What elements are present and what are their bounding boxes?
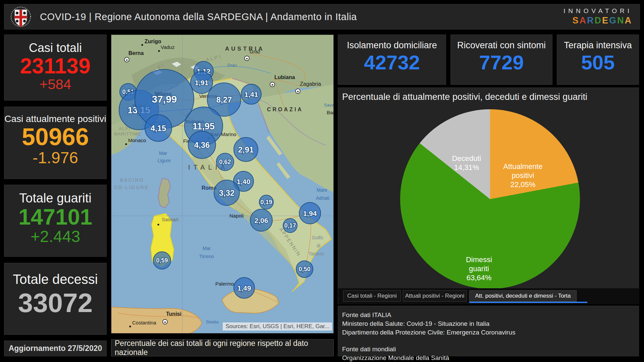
tab-attuali-positivi-regioni[interactable]: Attuali positivi - Regioni <box>403 290 467 302</box>
map-place-label: Banja.L <box>327 110 334 115</box>
region-bubble-value: 0,17 <box>284 222 296 229</box>
region-bubble-value: 37,99 <box>152 94 177 105</box>
italy-map[interactable]: ★★★★★ ZurigoVaduzBernaAUSTRIAGrazLubiana… <box>111 35 334 334</box>
map-place-label: Zurigo <box>145 39 161 44</box>
stat-value: 7729 <box>451 52 552 73</box>
region-bubble-value: 0,50 <box>299 266 310 273</box>
svg-text:★: ★ <box>164 320 166 324</box>
map-place-label: di <box>317 243 320 248</box>
region-bubble-value: 2,06 <box>255 217 268 224</box>
region-bubble-value: 1,40 <box>237 178 251 185</box>
brand-letter: A <box>625 15 633 25</box>
stat-value: 50966 <box>4 124 106 150</box>
map-attribution: Sources: Esri, USGS | Esri, HERE, Gar... <box>223 322 332 330</box>
pie-chart-panel: Percentuale di attualmente positivi, dec… <box>338 87 639 304</box>
region-bubble[interactable]: 0,17 <box>283 219 297 233</box>
map-city-dot <box>157 224 159 225</box>
region-bubble-value: 0,19 <box>260 199 272 205</box>
stat-label: Terapia intensiva <box>557 40 639 51</box>
map-place-label: SO-LIGURE <box>114 185 149 190</box>
brand-letter: A <box>579 15 587 25</box>
map-place-label: Zagabria <box>300 81 321 87</box>
brand-letter: G <box>609 15 617 25</box>
card-update-date: Aggiornamento 27/5/2020 <box>4 341 107 356</box>
page-title: COVID-19 | Regione Autonoma della SARDEG… <box>40 11 357 22</box>
region-bubble[interactable]: 4,15 <box>145 115 172 141</box>
brand-letter: S <box>572 15 579 25</box>
map-place-label: Berna <box>128 50 144 56</box>
sardinia-crest-icon <box>10 6 31 28</box>
header-bar: COVID-19 | Regione Autonoma della SARDEG… <box>4 4 640 29</box>
svg-text:★: ★ <box>297 90 299 93</box>
map-place-label: Monaco <box>128 137 146 143</box>
map-place-label: Adriati <box>316 195 329 201</box>
tab-casi-totali-regioni[interactable]: Casi totali - Regioni <box>343 290 401 302</box>
region-bubble[interactable]: 0,19 <box>259 195 273 209</box>
pie-chart-title: Percentuale di attualmente positivi, dec… <box>342 92 587 102</box>
region-bubble[interactable]: 0,50 <box>296 261 313 278</box>
map-place-label: Drau <box>227 63 237 68</box>
card-terapia-intensiva: Terapia intensiva 505 <box>557 35 639 85</box>
region-bubble-value: 2,91 <box>238 145 254 154</box>
tab-torta-active[interactable]: Att. positivi, deceduti e dimessi - Tort… <box>469 290 577 302</box>
sources-panel: Fonte dati ITALIA Ministero della Salute… <box>338 306 639 356</box>
region-bubble[interactable]: 4,36 <box>188 131 216 159</box>
map-place-label: Vaduz <box>161 44 174 50</box>
region-bubble[interactable]: 0,62 <box>216 153 234 171</box>
svg-text:★: ★ <box>271 83 274 86</box>
map-place-label: Sassari <box>162 217 178 222</box>
map-city-dot <box>141 44 143 46</box>
map-place-label: Graz <box>250 49 261 54</box>
map-caption-bar: Percentuale dei casi totali di ogni regi… <box>111 339 334 356</box>
region-bubble-value: 1,41 <box>245 90 258 98</box>
update-label: Aggiornamento 27/5/2020 <box>9 344 102 353</box>
source-line: Fonte dati mondiali <box>342 345 639 354</box>
stat-delta: -1.976 <box>4 150 106 166</box>
region-bubble[interactable]: 2,91 <box>234 137 258 162</box>
card-casi-totali: Casi totali 231139 +584 <box>4 35 107 101</box>
map-place-label: Sava <box>324 103 334 108</box>
brand-letter: E <box>602 15 609 25</box>
stat-delta: +584 <box>4 77 106 92</box>
region-bubble[interactable]: 3,32 <box>214 180 239 205</box>
region-bubble-value: 1,94 <box>303 209 317 217</box>
map-place-label: CROAZIA <box>267 107 303 112</box>
source-line: Organizzazione Mondiale della Sanità <box>342 354 639 362</box>
map-place-label: Mar <box>159 150 167 156</box>
brand-line2: SARDEGNA <box>564 16 632 26</box>
map-canvas[interactable]: ★★★★★ ZurigoVaduzBernaAUSTRIAGrazLubiana… <box>111 35 334 334</box>
map-place-label: Taranto <box>309 251 324 256</box>
region-bubble[interactable]: 0,59 <box>153 252 171 269</box>
region-bubble[interactable]: 1,41 <box>241 84 261 104</box>
stat-label: Casi attualmente positivi <box>4 114 106 124</box>
stat-label: Totale decessi <box>4 272 106 287</box>
region-bubble[interactable]: 1,94 <box>299 202 321 224</box>
map-place-label: Tirreno <box>199 254 214 259</box>
region-bubble[interactable]: 1,91 <box>191 71 213 94</box>
map-place-label: MARITTIME <box>114 131 141 136</box>
map-place-label: Lubiana <box>274 74 295 80</box>
map-caption-text: Percentuale dei casi totali di ogni regi… <box>115 339 333 357</box>
map-city-dot <box>129 325 131 327</box>
map-place-label: Napoli <box>229 213 244 219</box>
map-place-label: Ligure <box>158 158 171 163</box>
source-line: Fonte dati ITALIA <box>342 311 639 319</box>
stat-value: 33072 <box>4 289 106 317</box>
pie-label-deceduti: Deceduti14,31% <box>436 154 497 172</box>
tab-strip: Casi totali - Regioni Attuali positivi -… <box>338 288 639 304</box>
svg-text:★: ★ <box>246 57 248 60</box>
svg-text:★: ★ <box>125 58 128 62</box>
stat-delta: +2.443 <box>4 229 106 245</box>
region-bubble-value: 1,91 <box>195 79 209 86</box>
brand-line1: INNOVATORI <box>564 8 632 15</box>
stat-value: 231139 <box>4 55 106 77</box>
card-isolamento: Isolamento domiciliare 42732 <box>338 35 446 85</box>
active-tab-underline <box>469 302 587 303</box>
stat-label: Casi totali <box>4 41 106 55</box>
stat-label: Totale guariti <box>4 191 106 205</box>
region-bubble-value: 0,62 <box>219 159 231 165</box>
region-bubble[interactable]: 2,06 <box>250 209 272 231</box>
dashboard: COVID-19 | Regione Autonoma della SARDEG… <box>0 0 644 362</box>
region-bubble[interactable]: 1,49 <box>234 278 255 298</box>
source-line: Dipartimento della Protezione Civile: Em… <box>342 328 639 337</box>
